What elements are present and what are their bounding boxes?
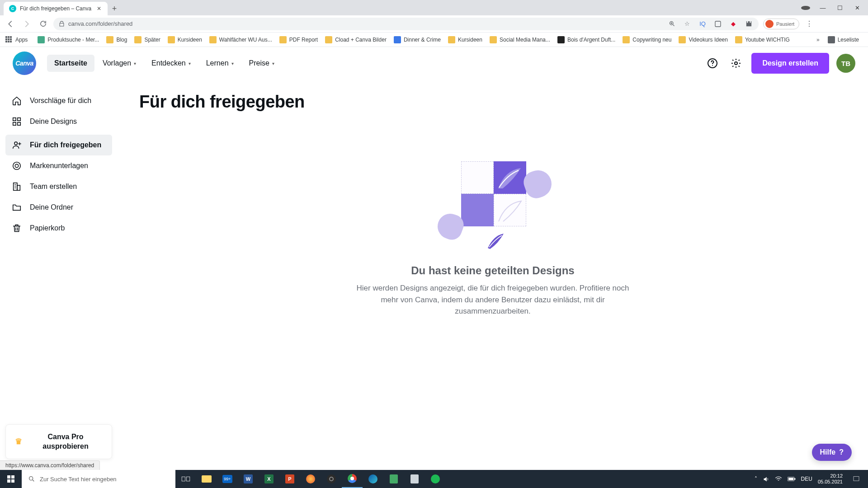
bookmark-item[interactable]: Copywriting neu xyxy=(619,34,675,45)
bookmark-item[interactable]: Videokurs Ideen xyxy=(675,34,731,45)
nav-learn-label: Lernen xyxy=(206,59,229,67)
minimize-button[interactable]: — xyxy=(818,5,827,11)
tray-overflow-icon[interactable]: ˄ xyxy=(755,476,757,482)
status-bar-url: https://www.canva.com/folder/shared xyxy=(0,460,100,470)
chrome-icon[interactable] xyxy=(342,470,363,488)
create-design-button[interactable]: Design erstellen xyxy=(751,53,829,74)
sidebar-item-create-team[interactable]: Team erstellen xyxy=(5,176,112,197)
app-icon[interactable] xyxy=(300,470,321,488)
nav-templates[interactable]: Vorlagen▾ xyxy=(95,55,143,72)
taskbar-clock[interactable]: 20:12 05.05.2021 xyxy=(818,473,843,485)
bookmark-item[interactable]: Später xyxy=(131,34,164,45)
edge-icon[interactable] xyxy=(363,470,383,488)
forward-button[interactable] xyxy=(21,18,33,30)
settings-gear-button[interactable] xyxy=(728,55,744,71)
bookmark-item[interactable]: Kursideen xyxy=(444,34,486,45)
bookmark-item[interactable]: Produktsuche - Mer... xyxy=(34,34,103,45)
excel-icon[interactable]: X xyxy=(259,470,279,488)
bookmark-star-icon[interactable]: ☆ xyxy=(683,19,692,28)
profile-paused-pill[interactable]: Pausiert xyxy=(763,19,799,29)
volume-icon[interactable] xyxy=(763,476,769,483)
account-indicator-icon[interactable] xyxy=(801,6,810,10)
sidebar-item-trash[interactable]: Papierkorb xyxy=(5,218,112,239)
chevron-down-icon: ▾ xyxy=(272,61,274,66)
address-bar[interactable]: canva.com/folder/shared ☆ IQ ◆ xyxy=(53,18,759,30)
bookmark-folder-icon xyxy=(735,36,742,43)
extension-adblock-icon[interactable]: ◆ xyxy=(729,19,738,28)
zoom-icon[interactable] xyxy=(667,19,676,28)
close-window-button[interactable]: ✕ xyxy=(853,5,862,11)
bookmark-item[interactable]: PDF Report xyxy=(276,34,321,45)
bookmark-label: Kursideen xyxy=(178,37,202,43)
bookmark-folder-icon xyxy=(168,36,175,43)
bookmarks-overflow-icon[interactable]: » xyxy=(816,37,820,43)
bookmark-folder-icon xyxy=(679,36,686,43)
nav-discover[interactable]: Entdecken▾ xyxy=(144,55,198,72)
sidebar-item-brand-kit[interactable]: Markenunterlagen xyxy=(5,155,112,176)
bookmark-item[interactable]: Bois d'Argent Duft... xyxy=(554,34,619,45)
powerpoint-icon[interactable]: P xyxy=(279,470,300,488)
sidebar-item-your-designs[interactable]: Deine Designs xyxy=(5,111,112,132)
people-plus-icon xyxy=(12,140,22,150)
task-view-icon[interactable] xyxy=(175,470,196,488)
mail-icon[interactable]: 99+ xyxy=(217,470,238,488)
page-title: Für dich freigegeben xyxy=(139,92,846,112)
bookmark-item[interactable]: Dinner & Crime xyxy=(390,34,444,45)
svg-rect-7 xyxy=(18,122,20,125)
nav-pricing[interactable]: Preise▾ xyxy=(242,55,282,72)
bookmark-label: Wahlfächer WU Aus... xyxy=(219,37,272,43)
apps-grid-icon[interactable] xyxy=(5,36,13,43)
tray-lang[interactable]: DEU xyxy=(801,476,812,482)
wifi-icon[interactable] xyxy=(775,476,782,482)
reading-list-label: Leseliste xyxy=(838,37,859,43)
bookmark-item[interactable]: Wahlfächer WU Aus... xyxy=(206,34,276,45)
bookmark-item[interactable]: Kursideen xyxy=(164,34,206,45)
app-icon-2[interactable] xyxy=(383,470,404,488)
bookmark-item[interactable]: Blog xyxy=(103,34,131,45)
nav-home-label: Startseite xyxy=(54,59,87,67)
nav-home[interactable]: Startseite xyxy=(47,55,94,72)
svg-point-13 xyxy=(29,477,33,480)
maximize-button[interactable]: ☐ xyxy=(835,5,844,11)
reading-list-button[interactable]: Leseliste xyxy=(824,34,863,45)
svg-rect-18 xyxy=(788,478,793,480)
browser-tab[interactable]: C Für dich freigegeben – Canva ✕ xyxy=(4,2,108,15)
canva-logo[interactable]: Canva xyxy=(13,52,36,75)
lock-icon xyxy=(59,21,65,27)
bookmark-item[interactable]: Youtube WICHTIG xyxy=(731,34,793,45)
taskbar-search[interactable]: Zur Suche Text hier eingeben xyxy=(22,470,175,488)
nav-learn[interactable]: Lernen▾ xyxy=(199,55,241,72)
svg-point-9 xyxy=(13,162,21,170)
bookmark-item[interactable]: Social Media Mana... xyxy=(486,34,554,45)
obs-icon[interactable] xyxy=(321,470,342,488)
start-button[interactable] xyxy=(0,470,22,488)
extension-translate-icon[interactable] xyxy=(713,19,722,28)
sidebar-item-shared-with-you[interactable]: Für dich freigegeben xyxy=(5,135,112,155)
reload-button[interactable] xyxy=(37,18,49,30)
help-fab[interactable]: Hilfe ? xyxy=(812,444,852,461)
word-icon[interactable]: W xyxy=(238,470,259,488)
close-tab-icon[interactable]: ✕ xyxy=(96,5,102,12)
app-icon-3[interactable] xyxy=(404,470,425,488)
new-tab-button[interactable]: + xyxy=(108,2,121,15)
user-avatar[interactable]: TB xyxy=(836,54,855,73)
chrome-menu-icon[interactable]: ⋮ xyxy=(804,19,815,28)
bookmark-folder-icon xyxy=(490,36,497,43)
notifications-icon[interactable] xyxy=(848,470,864,488)
canva-app: Canva Startseite Vorlagen▾ Entdecken▾ Le… xyxy=(0,47,868,470)
bookmark-item[interactable]: Cload + Canva Bilder xyxy=(321,34,390,45)
spotify-icon[interactable] xyxy=(425,470,446,488)
help-icon-button[interactable] xyxy=(704,55,721,71)
sidebar-item-your-folders[interactable]: Deine Ordner xyxy=(5,197,112,218)
sidebar-item-suggestions[interactable]: Vorschläge für dich xyxy=(5,90,112,111)
file-explorer-icon[interactable] xyxy=(196,470,217,488)
bookmark-folder-icon xyxy=(106,36,113,43)
extension-io-icon[interactable]: IQ xyxy=(698,19,707,28)
apps-label[interactable]: Apps xyxy=(15,37,28,43)
back-button[interactable] xyxy=(5,18,16,30)
taskbar-search-placeholder: Zur Suche Text hier eingeben xyxy=(40,476,117,483)
try-pro-card[interactable]: ♛ Canva Pro ausprobieren xyxy=(5,424,112,459)
battery-icon[interactable] xyxy=(788,476,796,482)
extensions-puzzle-icon[interactable] xyxy=(744,19,753,28)
svg-point-3 xyxy=(735,62,737,65)
